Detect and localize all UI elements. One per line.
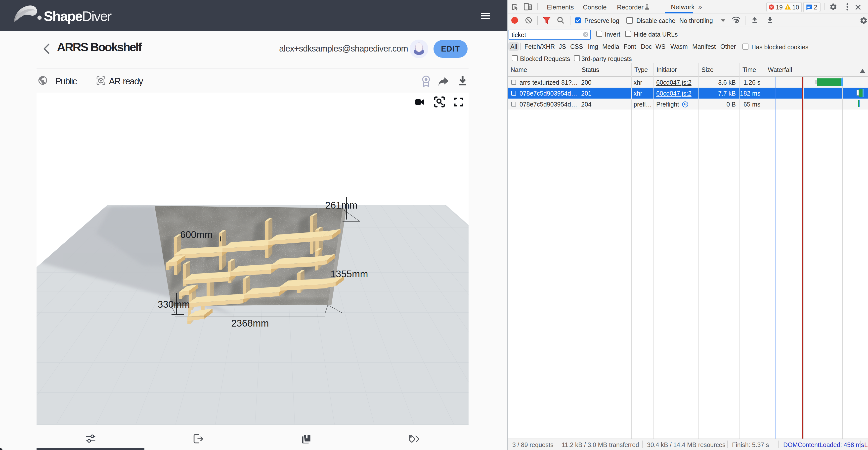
svg-text:Shape: Shape [44, 8, 83, 24]
svg-text:1355mm: 1355mm [330, 269, 368, 279]
svg-text:Diver: Diver [82, 8, 112, 24]
svg-text:600mm: 600mm [180, 229, 213, 240]
svg-text:261mm: 261mm [325, 200, 358, 210]
svg-text:2368mm: 2368mm [231, 318, 269, 329]
svg-text:330mm: 330mm [158, 299, 190, 310]
